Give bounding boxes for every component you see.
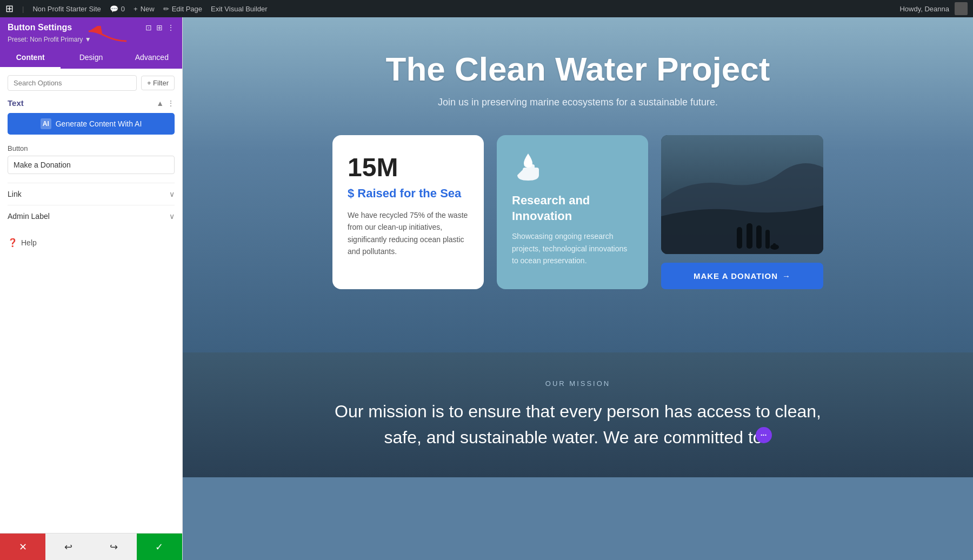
howdy-label: Howdy, Deanna [899,5,949,13]
square-icon[interactable]: ⊡ [145,23,152,32]
stat-label: $ Raised for the Sea [348,186,469,201]
landscape-svg [661,135,823,254]
admin-bar-right: Howdy, Deanna [899,2,968,15]
panel-icons: ⊡ ⊞ ⋮ [145,23,175,32]
svg-rect-3 [747,223,752,249]
cancel-button[interactable]: ✕ [0,534,45,560]
image-donate-col: MAKE A DONATION → [661,135,823,289]
ai-button-label: Generate Content With AI [56,119,142,128]
site-name-label: Non Profit Starter Site [32,5,101,13]
comments-count: 0 [121,5,125,13]
section-more-icon[interactable]: ⋮ [167,99,175,108]
help-label: Help [21,238,37,247]
admin-bar-new[interactable]: + New [134,5,155,13]
donate-arrow-icon: → [782,271,791,281]
panel-title: Button Settings [8,23,72,32]
collapse-icon[interactable]: ▲ [156,99,164,108]
link-chevron-icon: ∨ [169,190,175,198]
water-hand-icon [512,152,544,182]
section-toggle: ▲ ⋮ [156,99,175,108]
left-panel: Button Settings ⊡ ⊞ ⋮ Preset: Non Profit… [0,17,183,560]
svg-rect-7 [773,243,776,249]
preset-label[interactable]: Preset: Non Profit Primary ▼ [8,36,91,43]
hero-subtitle: Join us in preserving marine ecosystems … [204,97,951,108]
feature-card-desc: Showcasing ongoing research projects, te… [512,230,633,266]
avatar [955,2,968,15]
mission-section: OUR MISSION Our mission is to ensure tha… [183,352,973,477]
tab-advanced[interactable]: Advanced [122,48,182,69]
text-section-header: Text ▲ ⋮ [8,98,175,108]
stat-number: 15M [348,152,469,182]
wp-logo-icon[interactable]: ⊞ [5,3,14,15]
button-text-input[interactable] [8,156,175,174]
link-section: Link ∨ [8,183,175,205]
button-section: Button [8,144,175,174]
more-icon[interactable]: ⋮ [167,23,175,32]
cards-row: 15M $ Raised for the Sea We have recycle… [204,135,951,289]
svg-rect-2 [737,227,742,249]
save-button[interactable]: ✓ [137,534,182,560]
main-layout: Button Settings ⊡ ⊞ ⋮ Preset: Non Profit… [0,17,973,560]
hero-section: The Clean Water Project Join us in prese… [183,17,973,352]
admin-bar: ⊞ | Non Profit Starter Site 💬 0 + New ✏ … [0,0,973,17]
admin-bar-site-name[interactable]: Non Profit Starter Site [32,5,101,13]
redo-button[interactable]: ↪ [91,534,137,560]
admin-label-header[interactable]: Admin Label ∨ [8,212,175,221]
admin-label-chevron-icon: ∨ [169,212,175,221]
admin-bar-exit-builder[interactable]: Exit Visual Builder [211,5,268,13]
stat-description: We have recycled 75% of the waste from o… [348,209,469,258]
text-section-title: Text [8,98,24,108]
admin-label-title: Admin Label [8,212,50,221]
content-area: The Clean Water Project Join us in prese… [183,17,973,560]
admin-bar-edit-page[interactable]: ✏ Edit Page [163,5,202,13]
button-field-label: Button [8,144,175,152]
admin-bar-comments[interactable]: 💬 0 [110,5,125,13]
ai-icon: AI [41,118,51,129]
water-icon-wrapper [512,152,633,184]
ai-generate-button[interactable]: AI Generate Content With AI [8,113,175,135]
feature-card: Research and Innovation Showcasing ongoi… [497,135,648,289]
help-row[interactable]: ❓ Help [8,238,175,248]
mission-text: Our mission is to ensure that every pers… [335,398,821,450]
donate-label: MAKE A DONATION [694,271,778,281]
undo-button[interactable]: ↩ [45,534,91,560]
search-options-row: + Filter [8,75,175,91]
hero-title: The Clean Water Project [204,50,951,88]
stat-card: 15M $ Raised for the Sea We have recycle… [332,135,484,289]
svg-rect-5 [765,230,770,249]
donate-button[interactable]: MAKE A DONATION → [661,263,823,289]
tab-design[interactable]: Design [61,48,121,69]
admin-label-section: Admin Label ∨ [8,205,175,227]
svg-rect-4 [756,225,762,249]
dots-indicator: ··· [756,427,772,443]
search-input[interactable] [8,75,137,91]
feature-card-title: Research and Innovation [512,193,633,224]
link-section-header[interactable]: Link ∨ [8,190,175,198]
mission-label: OUR MISSION [226,379,930,388]
scene-image [661,135,823,254]
panel-body: + Filter Text ▲ ⋮ AI Generate Content Wi… [0,69,182,533]
panel-header: Button Settings ⊡ ⊞ ⋮ Preset: Non Profit… [0,17,182,48]
filter-button[interactable]: + Filter [141,76,175,90]
help-icon: ❓ [8,238,18,248]
panel-tabs: Content Design Advanced [0,48,182,69]
tab-content[interactable]: Content [0,48,61,69]
grid-icon[interactable]: ⊞ [156,23,163,32]
link-section-title: Link [8,190,22,198]
panel-footer: ✕ ↩ ↪ ✓ [0,533,182,560]
